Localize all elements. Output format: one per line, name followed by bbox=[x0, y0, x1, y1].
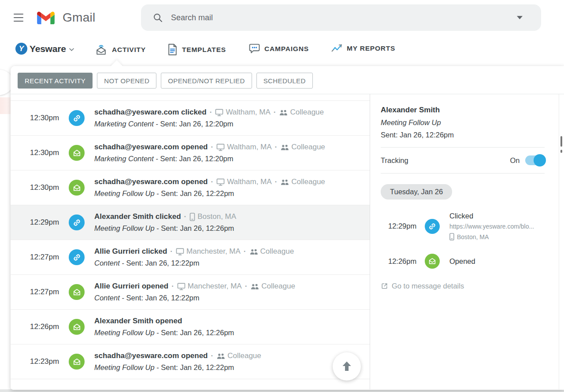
email-subject: Meeting Follow Up bbox=[94, 189, 155, 197]
actor-action: schadha@yesware.com opened bbox=[94, 143, 208, 152]
separator: · bbox=[184, 212, 187, 221]
activity-row[interactable]: 12:30pm schadha@yesware.com clicked · Wa… bbox=[11, 101, 370, 136]
audience-label: Colleague bbox=[227, 351, 261, 360]
sent-timestamp: Sent: Jan 26, 12:26pm bbox=[161, 224, 234, 232]
separator: · bbox=[211, 143, 214, 152]
separator: - bbox=[155, 363, 161, 371]
audience-label: Colleague bbox=[260, 247, 294, 256]
actor-action: Alexander Smith clicked bbox=[94, 212, 181, 221]
colleague-people-icon bbox=[280, 144, 289, 151]
desktop-icon bbox=[216, 178, 225, 186]
separator: - bbox=[154, 155, 160, 163]
audience-label: Colleague bbox=[290, 108, 324, 117]
desktop-icon bbox=[177, 283, 186, 290]
activity-time: 12:30pm bbox=[30, 148, 69, 157]
reports-chart-icon bbox=[331, 44, 342, 53]
activity-row[interactable]: 12:30pm schadha@yesware.com opened · Wal… bbox=[11, 136, 370, 170]
filter-opened-not-replied[interactable]: OPENED/NOT REPLIED bbox=[161, 73, 252, 89]
yesware-toolbar: Y Yesware ACTIVITY TEMPLATES CAMPAIGNS M… bbox=[0, 35, 564, 66]
tab-activity[interactable]: ACTIVITY bbox=[95, 44, 146, 55]
sent-timestamp: Sent: Jan 26, 12:22pm bbox=[161, 189, 234, 197]
activity-time: 12:30pm bbox=[30, 114, 69, 122]
scrollbar-thumb[interactable] bbox=[560, 150, 562, 153]
activity-row[interactable]: 12:27pm Allie Gurrieri opened · Manchest… bbox=[11, 275, 370, 310]
colleague-people-icon bbox=[216, 353, 226, 359]
chevron-down-icon bbox=[69, 48, 74, 51]
event-timeline: 12:29pm Clicked https://www.yesware.com/… bbox=[381, 212, 548, 269]
separator: · bbox=[211, 351, 214, 360]
separator: - bbox=[155, 189, 161, 197]
activity-row[interactable]: 12:30pm schadha@yesware.com opened · Wal… bbox=[11, 170, 370, 205]
separator: - bbox=[154, 120, 160, 128]
separator: · bbox=[274, 108, 276, 117]
gmail-header: Gmail bbox=[0, 0, 564, 35]
clicked-link-icon bbox=[69, 249, 85, 265]
scroll-to-top-button[interactable] bbox=[333, 352, 361, 381]
activity-row[interactable]: 12:26pm Alexander Smith opened Meeting F… bbox=[11, 310, 370, 344]
separator: · bbox=[275, 178, 278, 186]
tracking-state-label: On bbox=[510, 156, 519, 165]
scrollbar-strip[interactable] bbox=[559, 94, 564, 389]
filter-recent-activity[interactable]: RECENT ACTIVITY bbox=[18, 73, 93, 89]
clicked-link-icon bbox=[425, 219, 440, 234]
tab-campaigns[interactable]: CAMPAIGNS bbox=[249, 44, 309, 54]
go-to-message-details-link[interactable]: Go to message details bbox=[381, 282, 548, 290]
event-title: Clicked bbox=[449, 212, 548, 220]
activity-row[interactable]: 12:23pm schadha@yesware.com opened · Col… bbox=[11, 344, 370, 379]
desktop-icon bbox=[216, 144, 225, 151]
sent-timestamp: Sent: Jan 26, 12:22pm bbox=[126, 259, 199, 267]
separator: - bbox=[120, 294, 126, 302]
search-bar[interactable] bbox=[141, 4, 541, 31]
activity-row-selected[interactable]: 12:29pm Alexander Smith clicked · Boston… bbox=[11, 205, 370, 240]
scrollbar-thumb[interactable] bbox=[560, 136, 562, 147]
tab-templates[interactable]: TEMPLATES bbox=[167, 44, 226, 55]
event-location: Waltham, MA bbox=[227, 143, 271, 152]
email-subject: Meeting Follow Up bbox=[94, 329, 155, 337]
search-options-caret-icon[interactable] bbox=[517, 16, 523, 19]
event-location: Manchester, MA bbox=[188, 282, 242, 291]
opened-envelope-icon bbox=[69, 284, 85, 300]
clicked-url-link[interactable]: https://www.yesware.com/blo... bbox=[449, 223, 548, 230]
yesware-brand-menu[interactable]: Y Yesware bbox=[15, 43, 74, 55]
actor-action: Allie Gurrieri clicked bbox=[94, 247, 167, 256]
activity-row[interactable]: 12:27pm Allie Gurrieri clicked · Manches… bbox=[11, 240, 370, 275]
audience-label: Colleague bbox=[261, 282, 295, 291]
colleague-people-icon bbox=[249, 248, 259, 255]
activity-time: 12:23pm bbox=[30, 357, 69, 366]
hamburger-menu-icon[interactable] bbox=[13, 13, 24, 22]
filter-not-opened[interactable]: NOT OPENED bbox=[97, 73, 156, 89]
message-detail-panel: Alexander Smith Meeting Follow Up Sent: … bbox=[370, 94, 559, 389]
activity-time: 12:26pm bbox=[30, 322, 69, 331]
event-location: Waltham, MA bbox=[226, 108, 270, 117]
colleague-people-icon bbox=[280, 179, 289, 185]
date-pill: Tuesday, Jan 26 bbox=[381, 184, 452, 200]
search-icon bbox=[152, 12, 163, 23]
tab-my-reports[interactable]: MY REPORTS bbox=[331, 44, 395, 53]
mobile-icon bbox=[449, 233, 454, 240]
opened-envelope-icon bbox=[69, 354, 85, 370]
event-location: Waltham, MA bbox=[227, 178, 271, 186]
search-input[interactable] bbox=[171, 13, 517, 22]
desktop-icon bbox=[215, 109, 223, 116]
activity-filter-bar: RECENT ACTIVITY NOT OPENED OPENED/NOT RE… bbox=[11, 66, 564, 94]
sent-timestamp: Sent: Jan 26, 12:20pm bbox=[160, 155, 234, 163]
separator: · bbox=[171, 282, 174, 291]
sent-timestamp: Sent: Jan 26, 12:26pm bbox=[161, 329, 234, 337]
campaigns-chat-icon bbox=[249, 44, 260, 54]
email-subject: Marketing Content bbox=[94, 120, 154, 128]
background-email-row bbox=[0, 97, 11, 114]
tracking-row: Tracking On bbox=[381, 155, 545, 165]
event-time: 12:26pm bbox=[381, 257, 425, 266]
separator: · bbox=[210, 108, 212, 117]
opened-envelope-icon bbox=[69, 145, 85, 161]
arrow-up-icon bbox=[339, 359, 354, 374]
activity-envelope-icon bbox=[95, 44, 108, 55]
separator: - bbox=[120, 259, 126, 267]
tracking-toggle[interactable] bbox=[525, 155, 545, 165]
separator: - bbox=[155, 224, 161, 232]
filter-scheduled[interactable]: SCHEDULED bbox=[256, 73, 313, 89]
message-subject: Meeting Follow Up bbox=[381, 118, 548, 127]
separator: · bbox=[275, 143, 278, 152]
gmail-logo-icon[interactable] bbox=[37, 11, 55, 24]
email-subject: Content bbox=[94, 294, 120, 302]
